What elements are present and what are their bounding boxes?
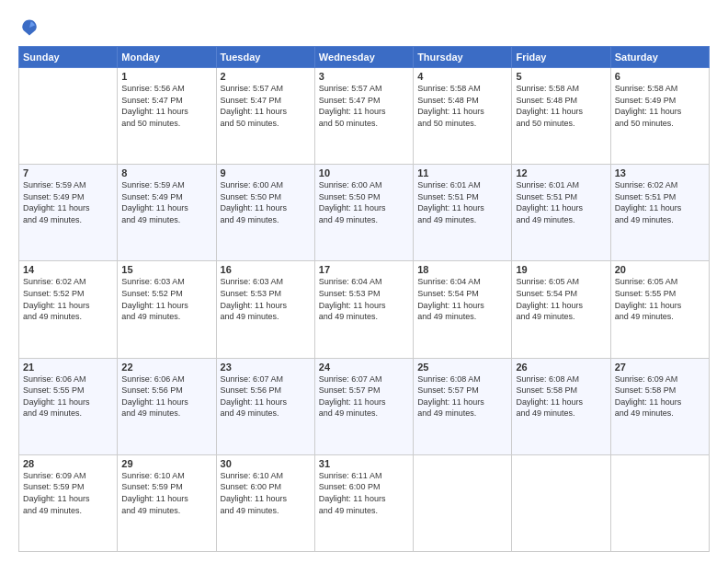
- calendar-table: SundayMondayTuesdayWednesdayThursdayFrid…: [18, 46, 710, 552]
- cell-info: Sunrise: 6:00 AM Sunset: 5:50 PM Dayligh…: [221, 179, 311, 225]
- day-number: 9: [221, 167, 311, 178]
- day-number: 25: [417, 362, 507, 373]
- week-row-1: 1Sunrise: 5:56 AM Sunset: 5:47 PM Daylig…: [19, 68, 710, 165]
- day-number: 26: [516, 362, 606, 373]
- cell-info: Sunrise: 5:56 AM Sunset: 5:47 PM Dayligh…: [121, 83, 211, 129]
- calendar-cell: 20Sunrise: 6:05 AM Sunset: 5:55 PM Dayli…: [610, 261, 709, 358]
- week-row-3: 14Sunrise: 6:02 AM Sunset: 5:52 PM Dayli…: [19, 261, 710, 358]
- cell-info: Sunrise: 6:01 AM Sunset: 5:51 PM Dayligh…: [516, 179, 606, 225]
- weekday-header-saturday: Saturday: [610, 47, 709, 68]
- cell-info: Sunrise: 6:00 AM Sunset: 5:50 PM Dayligh…: [319, 179, 409, 225]
- cell-info: Sunrise: 6:10 AM Sunset: 5:59 PM Dayligh…: [121, 470, 211, 516]
- calendar-cell: 18Sunrise: 6:04 AM Sunset: 5:54 PM Dayli…: [414, 261, 512, 358]
- cell-info: Sunrise: 6:08 AM Sunset: 5:58 PM Dayligh…: [516, 373, 606, 419]
- weekday-header-monday: Monday: [118, 47, 216, 68]
- calendar-cell: 27Sunrise: 6:09 AM Sunset: 5:58 PM Dayli…: [610, 358, 709, 454]
- day-number: 22: [121, 362, 211, 373]
- calendar-cell: 28Sunrise: 6:09 AM Sunset: 5:59 PM Dayli…: [19, 454, 118, 551]
- cell-info: Sunrise: 5:58 AM Sunset: 5:48 PM Dayligh…: [417, 83, 507, 129]
- calendar-cell: 30Sunrise: 6:10 AM Sunset: 6:00 PM Dayli…: [216, 454, 314, 551]
- day-number: 18: [417, 264, 507, 275]
- calendar-cell: 13Sunrise: 6:02 AM Sunset: 5:51 PM Dayli…: [610, 165, 709, 261]
- cell-info: Sunrise: 6:04 AM Sunset: 5:53 PM Dayligh…: [319, 276, 409, 322]
- weekday-header-friday: Friday: [512, 47, 610, 68]
- calendar-cell: 19Sunrise: 6:05 AM Sunset: 5:54 PM Dayli…: [512, 261, 610, 358]
- week-row-5: 28Sunrise: 6:09 AM Sunset: 5:59 PM Dayli…: [19, 454, 710, 551]
- day-number: 5: [516, 71, 606, 82]
- cell-info: Sunrise: 6:09 AM Sunset: 5:59 PM Dayligh…: [23, 470, 113, 516]
- weekday-header-wednesday: Wednesday: [314, 47, 413, 68]
- day-number: 13: [615, 167, 705, 178]
- calendar-cell: 12Sunrise: 6:01 AM Sunset: 5:51 PM Dayli…: [512, 165, 610, 261]
- calendar-cell: 29Sunrise: 6:10 AM Sunset: 5:59 PM Dayli…: [118, 454, 216, 551]
- calendar-cell: 3Sunrise: 5:57 AM Sunset: 5:47 PM Daylig…: [314, 68, 413, 165]
- calendar-cell: 16Sunrise: 6:03 AM Sunset: 5:53 PM Dayli…: [216, 261, 314, 358]
- day-number: 15: [121, 264, 211, 275]
- day-number: 20: [615, 264, 705, 275]
- cell-info: Sunrise: 5:58 AM Sunset: 5:48 PM Dayligh…: [516, 83, 606, 129]
- day-number: 8: [121, 167, 211, 178]
- day-number: 19: [516, 264, 606, 275]
- calendar-cell: 1Sunrise: 5:56 AM Sunset: 5:47 PM Daylig…: [118, 68, 216, 165]
- day-number: 3: [319, 71, 409, 82]
- day-number: 16: [221, 264, 311, 275]
- day-number: 30: [221, 458, 311, 469]
- cell-info: Sunrise: 6:03 AM Sunset: 5:53 PM Dayligh…: [221, 276, 311, 322]
- day-number: 21: [23, 362, 113, 373]
- day-number: 1: [121, 71, 211, 82]
- day-number: 28: [23, 458, 113, 469]
- calendar-cell: 23Sunrise: 6:07 AM Sunset: 5:56 PM Dayli…: [216, 358, 314, 454]
- cell-info: Sunrise: 6:06 AM Sunset: 5:56 PM Dayligh…: [121, 373, 211, 419]
- calendar-cell: 2Sunrise: 5:57 AM Sunset: 5:47 PM Daylig…: [216, 68, 314, 165]
- day-number: 6: [615, 71, 705, 82]
- cell-info: Sunrise: 5:59 AM Sunset: 5:49 PM Dayligh…: [23, 179, 113, 225]
- calendar-cell: 24Sunrise: 6:07 AM Sunset: 5:57 PM Dayli…: [314, 358, 413, 454]
- day-number: 12: [516, 167, 606, 178]
- cell-info: Sunrise: 5:57 AM Sunset: 5:47 PM Dayligh…: [221, 83, 311, 129]
- calendar-cell: 17Sunrise: 6:04 AM Sunset: 5:53 PM Dayli…: [314, 261, 413, 358]
- cell-info: Sunrise: 6:07 AM Sunset: 5:56 PM Dayligh…: [221, 373, 311, 419]
- weekday-header-row: SundayMondayTuesdayWednesdayThursdayFrid…: [19, 47, 710, 68]
- calendar-cell: [19, 68, 118, 165]
- cell-info: Sunrise: 6:01 AM Sunset: 5:51 PM Dayligh…: [417, 179, 507, 225]
- calendar-cell: 25Sunrise: 6:08 AM Sunset: 5:57 PM Dayli…: [414, 358, 512, 454]
- calendar-cell: [414, 454, 512, 551]
- day-number: 27: [615, 362, 705, 373]
- weekday-header-sunday: Sunday: [19, 47, 118, 68]
- day-number: 24: [319, 362, 409, 373]
- cell-info: Sunrise: 6:03 AM Sunset: 5:52 PM Dayligh…: [121, 276, 211, 322]
- cell-info: Sunrise: 6:07 AM Sunset: 5:57 PM Dayligh…: [319, 373, 409, 419]
- day-number: 17: [319, 264, 409, 275]
- cell-info: Sunrise: 6:02 AM Sunset: 5:52 PM Dayligh…: [23, 276, 113, 322]
- cell-info: Sunrise: 6:02 AM Sunset: 5:51 PM Dayligh…: [615, 179, 705, 225]
- calendar-cell: 6Sunrise: 5:58 AM Sunset: 5:49 PM Daylig…: [610, 68, 709, 165]
- cell-info: Sunrise: 5:58 AM Sunset: 5:49 PM Dayligh…: [615, 83, 705, 129]
- calendar-cell: 9Sunrise: 6:00 AM Sunset: 5:50 PM Daylig…: [216, 165, 314, 261]
- header: [18, 17, 710, 39]
- logo: [18, 17, 44, 39]
- calendar-cell: 7Sunrise: 5:59 AM Sunset: 5:49 PM Daylig…: [19, 165, 118, 261]
- calendar-cell: 14Sunrise: 6:02 AM Sunset: 5:52 PM Dayli…: [19, 261, 118, 358]
- day-number: 2: [221, 71, 311, 82]
- weekday-header-tuesday: Tuesday: [216, 47, 314, 68]
- cell-info: Sunrise: 5:59 AM Sunset: 5:49 PM Dayligh…: [121, 179, 211, 225]
- week-row-2: 7Sunrise: 5:59 AM Sunset: 5:49 PM Daylig…: [19, 165, 710, 261]
- day-number: 14: [23, 264, 113, 275]
- calendar-cell: 10Sunrise: 6:00 AM Sunset: 5:50 PM Dayli…: [314, 165, 413, 261]
- cell-info: Sunrise: 6:11 AM Sunset: 6:00 PM Dayligh…: [319, 470, 409, 516]
- day-number: 23: [221, 362, 311, 373]
- day-number: 7: [23, 167, 113, 178]
- calendar-cell: 15Sunrise: 6:03 AM Sunset: 5:52 PM Dayli…: [118, 261, 216, 358]
- cell-info: Sunrise: 6:08 AM Sunset: 5:57 PM Dayligh…: [417, 373, 507, 419]
- cell-info: Sunrise: 6:04 AM Sunset: 5:54 PM Dayligh…: [417, 276, 507, 322]
- day-number: 29: [121, 458, 211, 469]
- calendar-cell: 26Sunrise: 6:08 AM Sunset: 5:58 PM Dayli…: [512, 358, 610, 454]
- day-number: 10: [319, 167, 409, 178]
- calendar-cell: 22Sunrise: 6:06 AM Sunset: 5:56 PM Dayli…: [118, 358, 216, 454]
- calendar-cell: 4Sunrise: 5:58 AM Sunset: 5:48 PM Daylig…: [414, 68, 512, 165]
- calendar-cell: [512, 454, 610, 551]
- cell-info: Sunrise: 6:05 AM Sunset: 5:54 PM Dayligh…: [516, 276, 606, 322]
- cell-info: Sunrise: 6:09 AM Sunset: 5:58 PM Dayligh…: [615, 373, 705, 419]
- week-row-4: 21Sunrise: 6:06 AM Sunset: 5:55 PM Dayli…: [19, 358, 710, 454]
- cell-info: Sunrise: 5:57 AM Sunset: 5:47 PM Dayligh…: [319, 83, 409, 129]
